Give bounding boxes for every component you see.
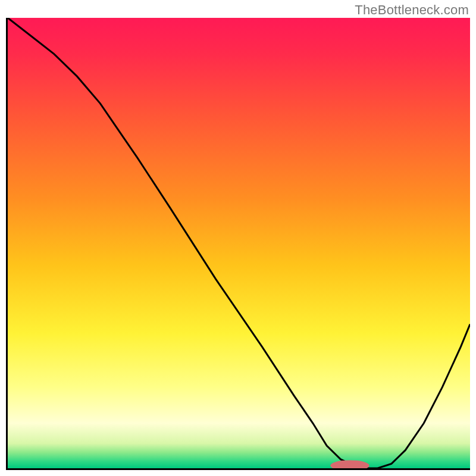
chart-axes-frame	[6, 18, 470, 470]
watermark-text: TheBottleneck.com	[355, 2, 469, 18]
chart-canvas	[8, 18, 470, 468]
chart-background	[8, 18, 470, 468]
